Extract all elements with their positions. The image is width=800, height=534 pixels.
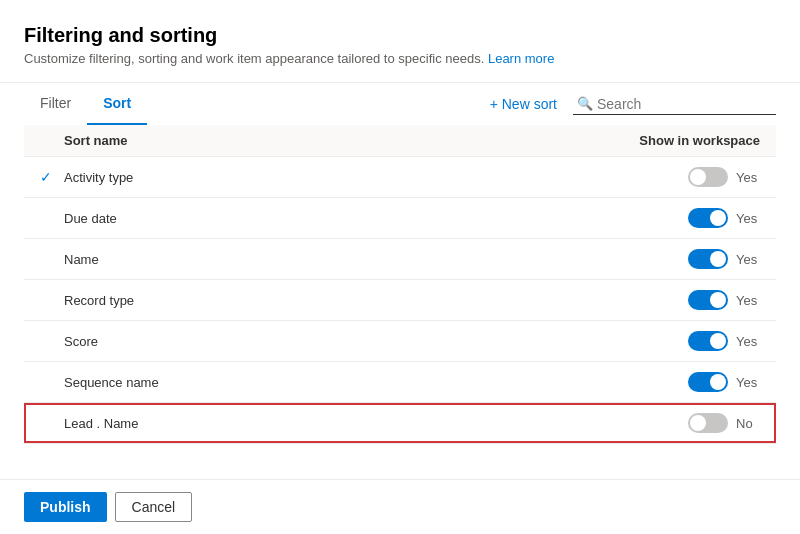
learn-more-link[interactable]: Learn more — [488, 51, 554, 66]
sort-row: Name Yes — [24, 239, 776, 280]
sort-row-right: Yes — [688, 249, 760, 269]
cancel-button[interactable]: Cancel — [115, 492, 193, 522]
sort-name: Sequence name — [64, 375, 159, 390]
toggle-lead-name[interactable] — [688, 413, 728, 433]
toggle-due-date[interactable] — [688, 208, 728, 228]
toggle-label: Yes — [736, 375, 760, 390]
sort-row: Lead . Name No — [24, 403, 776, 443]
tabs-bar: Filter Sort + New sort 🔍 — [24, 83, 776, 125]
sort-row-right: No — [688, 413, 760, 433]
page-title: Filtering and sorting — [24, 24, 776, 47]
toggle-activity-type[interactable] — [688, 167, 728, 187]
search-icon: 🔍 — [577, 96, 593, 111]
toggle-label: Yes — [736, 170, 760, 185]
tab-filter[interactable]: Filter — [24, 83, 87, 125]
toggle-slider — [688, 249, 728, 269]
sort-row: Due date Yes — [24, 198, 776, 239]
col-sort-name: Sort name — [64, 133, 128, 148]
sort-row-left: Score — [64, 334, 98, 349]
sort-row: ✓ Activity type Yes — [24, 157, 776, 198]
toggle-score[interactable] — [688, 331, 728, 351]
toggle-label: Yes — [736, 211, 760, 226]
sort-row-right: Yes — [688, 331, 760, 351]
toggle-label: Yes — [736, 293, 760, 308]
toggle-slider — [688, 413, 728, 433]
sort-row: Score Yes — [24, 321, 776, 362]
tab-sort[interactable]: Sort — [87, 83, 147, 125]
sort-name: Lead . Name — [64, 416, 138, 431]
toggle-label: No — [736, 416, 760, 431]
publish-button[interactable]: Publish — [24, 492, 107, 522]
sort-row-left: Name — [64, 252, 99, 267]
footer: Publish Cancel — [0, 479, 800, 534]
subtitle-text: Customize filtering, sorting and work it… — [24, 51, 484, 66]
search-input[interactable] — [597, 96, 772, 112]
sort-row-left: Activity type — [64, 170, 133, 185]
sort-row-left: Due date — [64, 211, 117, 226]
toggle-label: Yes — [736, 334, 760, 349]
tabs-left: Filter Sort — [24, 83, 147, 125]
toggle-sequence-name[interactable] — [688, 372, 728, 392]
sort-row-right: Yes — [688, 208, 760, 228]
col-show-in-workspace: Show in workspace — [639, 133, 760, 148]
toggle-slider — [688, 208, 728, 228]
sort-row-right: Yes — [688, 167, 760, 187]
toggle-slider — [688, 331, 728, 351]
page-container: Filtering and sorting Customize filterin… — [0, 0, 800, 444]
page-subtitle: Customize filtering, sorting and work it… — [24, 51, 776, 66]
sort-name: Due date — [64, 211, 117, 226]
search-container: 🔍 — [573, 94, 776, 115]
toggle-record-type[interactable] — [688, 290, 728, 310]
check-icon: ✓ — [40, 169, 52, 185]
table-header: Sort name Show in workspace — [24, 125, 776, 157]
sort-row-left: Lead . Name — [64, 416, 138, 431]
toggle-slider — [688, 167, 728, 187]
sort-row-right: Yes — [688, 372, 760, 392]
sort-name: Record type — [64, 293, 134, 308]
sort-rows: ✓ Activity type Yes Due date — [24, 157, 776, 444]
toggle-name[interactable] — [688, 249, 728, 269]
toggle-slider — [688, 372, 728, 392]
sort-row: Record type Yes — [24, 280, 776, 321]
sort-row: Sequence name Yes — [24, 362, 776, 403]
tabs-right: + New sort 🔍 — [482, 92, 776, 116]
sort-name: Score — [64, 334, 98, 349]
sort-name: Activity type — [64, 170, 133, 185]
sort-row-left: Record type — [64, 293, 134, 308]
sort-row-right: Yes — [688, 290, 760, 310]
new-sort-button[interactable]: + New sort — [482, 92, 565, 116]
toggle-label: Yes — [736, 252, 760, 267]
sort-row-left: Sequence name — [64, 375, 159, 390]
sort-name: Name — [64, 252, 99, 267]
toggle-slider — [688, 290, 728, 310]
